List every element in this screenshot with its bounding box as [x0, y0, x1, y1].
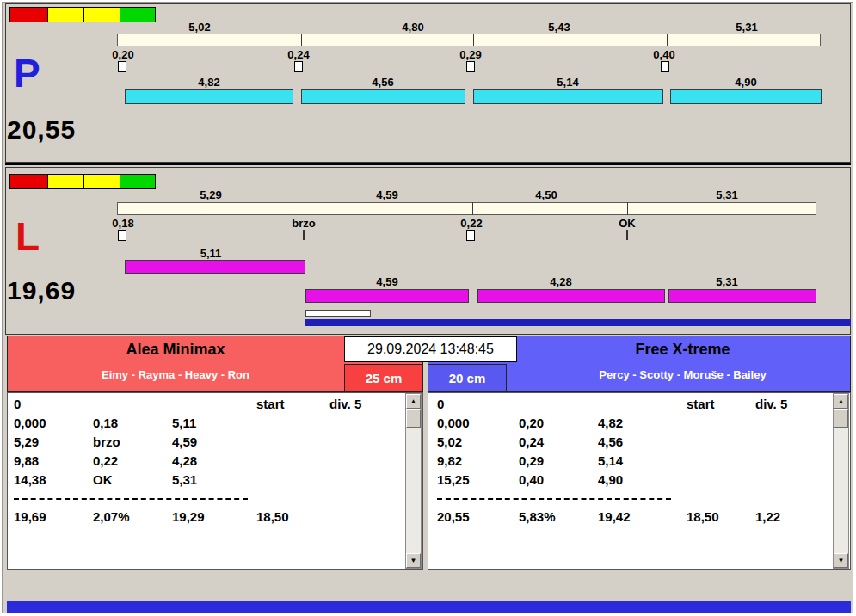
scroll-down-button[interactable]: ▼ [834, 553, 848, 568]
navy-separator-bar [305, 319, 851, 326]
left-cell-dogtime: 4,28 [172, 453, 197, 468]
left-table-scrollbar[interactable]: ▲ ▼ [405, 393, 422, 569]
left-cell-changeover: 0,18 [93, 416, 118, 430]
scroll-down-button[interactable]: ▼ [406, 553, 421, 568]
lane-l-changeover-time: 0,22 [453, 217, 490, 230]
lane-l-letter: L [15, 217, 40, 256]
lane-l-total-time: 19,69 [7, 276, 76, 305]
right-cell-cumulative: 0,000 [437, 416, 470, 430]
left-division-label: div. 5 [329, 397, 361, 411]
right-summary-net: 19,42 [598, 509, 631, 524]
lane-l-changeover-time: OK [608, 217, 646, 230]
lane-p-split-time: 4,80 [391, 21, 434, 34]
split-divider [301, 34, 302, 46]
traffic-yellow-segment [48, 175, 84, 188]
split-divider [472, 202, 473, 215]
right-summary-diff: 1,22 [755, 509, 780, 524]
right-start-label: start [687, 397, 715, 411]
traffic-yellow-segment [84, 175, 120, 188]
traffic-red-segment [10, 8, 48, 22]
lane-p-traffic-light-icon [9, 7, 156, 22]
changeover-marker-tick [303, 230, 305, 240]
lane-l-dog-time: 5,31 [705, 275, 748, 288]
right-cell-changeover: 0,24 [519, 434, 544, 449]
scroll-up-button[interactable]: ▲ [406, 394, 421, 409]
team-left-height-chip: 25 cm [344, 364, 423, 391]
split-divider [627, 202, 628, 215]
right-division-label: div. 5 [755, 397, 787, 411]
lane-l-changeover-time: brzo [285, 217, 323, 230]
lane-p-dog-bar [473, 89, 663, 104]
left-cell-cumulative: 5,29 [14, 434, 39, 449]
right-cell-cumulative: 5,02 [437, 434, 462, 449]
right-cell-changeover: 0,29 [519, 453, 544, 468]
lane-l-changeover-time: 0,18 [104, 217, 142, 230]
lane-p-changeover-time: 0,24 [280, 48, 317, 61]
left-cell-dogtime: 5,11 [172, 416, 196, 430]
lane-l-split-time: 4,50 [525, 188, 568, 201]
team-right-dogs: Percy - Scotty - Moruše - Bailey [514, 368, 851, 381]
lane-l-traffic-light-icon [9, 174, 156, 189]
traffic-green-segment [120, 8, 156, 22]
left-summary-sct: 18,50 [256, 509, 289, 524]
traffic-green-segment [120, 175, 156, 188]
left-cell-cumulative: 9,88 [14, 453, 39, 468]
scroll-down-icon: ▼ [838, 557, 845, 564]
split-divider [473, 34, 474, 46]
lane-p-dog-time: 5,14 [546, 76, 589, 89]
lane-p-dog-time: 4,56 [361, 76, 404, 89]
team-right-height-chip: 20 cm [428, 364, 507, 391]
lane-p-split-time: 5,02 [178, 21, 221, 34]
traffic-yellow-segment [84, 8, 120, 22]
left-cell-changeover: 0,22 [93, 453, 118, 468]
lane-p-split-time: 5,43 [538, 21, 581, 34]
lane-l-dog-time: 4,28 [539, 275, 582, 288]
right-table-scrollbar[interactable]: ▲ ▼ [833, 393, 849, 569]
lane-p-dog-time: 4,90 [724, 76, 767, 89]
changeover-marker-box [661, 61, 669, 72]
lane-p-split-time: 5,31 [725, 21, 768, 34]
left-start-label: start [256, 397, 285, 411]
right-cell-dogtime: 4,56 [598, 434, 623, 449]
right-cell-dogtime: 4,90 [598, 472, 623, 487]
changeover-marker-box [294, 61, 303, 72]
scroll-up-icon: ▲ [410, 397, 417, 405]
summary-separator [437, 498, 671, 500]
scroll-down-icon: ▼ [410, 557, 417, 564]
timing-app-screen: 5,02 4,80 5,43 5,31 0,20 0,24 0,29 0,40 … [0, 0, 856, 616]
lane-l-dog-bar [125, 260, 305, 274]
scroll-up-icon: ▲ [838, 397, 845, 405]
lane-l-dog-bar [305, 289, 469, 303]
scroll-up-button[interactable]: ▲ [834, 394, 848, 409]
scrollbar-thumb[interactable] [834, 409, 848, 428]
traffic-red-segment [10, 175, 48, 188]
right-summary-percent: 5,83% [519, 509, 556, 524]
left-summary-percent: 2,07% [93, 509, 130, 524]
split-divider [305, 202, 305, 215]
changeover-marker-box [466, 230, 475, 241]
team-left-results-table [7, 392, 423, 570]
team-left-dogs: Eimy - Rayma - Heavy - Ron [7, 368, 344, 381]
scrollbar-thumb[interactable] [406, 409, 421, 428]
left-cell-dogtime: 5,31 [172, 472, 197, 487]
left-summary-net: 19,29 [172, 509, 205, 524]
right-col-zero: 0 [437, 397, 444, 411]
lane-l-split-bar [117, 202, 816, 215]
left-cell-cumulative: 0,000 [14, 416, 46, 430]
left-cell-changeover: brzo [93, 434, 120, 449]
lane-l-dog-bar [477, 289, 665, 303]
left-cell-dogtime: 4,59 [172, 434, 197, 449]
right-cell-cumulative: 9,82 [437, 453, 462, 468]
lane-p-letter: P [14, 53, 40, 93]
team-right-name: Free X-treme [514, 341, 851, 359]
team-left-name: Alea Minimax [7, 341, 344, 359]
lane-p-split-bar [117, 34, 821, 46]
team-right-results-table [428, 392, 851, 570]
changeover-marker-box [118, 230, 126, 241]
lane-l-split-time: 5,31 [705, 188, 748, 201]
traffic-yellow-segment [48, 8, 84, 22]
lane-p-changeover-time: 0,29 [452, 48, 490, 61]
left-cell-cumulative: 14,38 [14, 472, 46, 487]
changeover-marker-tick [626, 230, 628, 240]
summary-separator [14, 498, 248, 500]
